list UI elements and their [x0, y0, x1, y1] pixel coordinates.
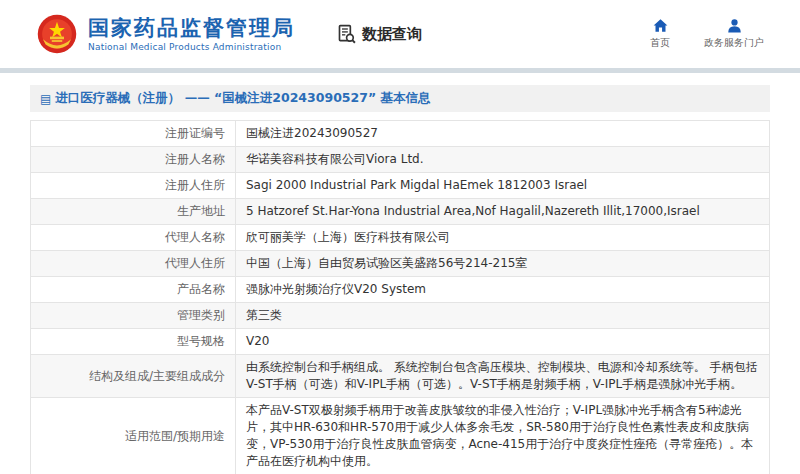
table-row: 注册人住所 Sagi 2000 Industrial Park Migdal H… — [31, 173, 770, 199]
org-name-en: National Medical Products Administration — [88, 42, 295, 52]
brand-text: 国家药品监督管理局 National Medical Products Admi… — [88, 16, 295, 52]
row-value: 5 Hatzoref St.Har-Yona Industrial Area,N… — [236, 199, 770, 225]
table-row: 代理人住所 中国（上海）自由贸易试验区美盛路56号214-215室 — [31, 251, 770, 277]
row-value: 国械注进20243090527 — [236, 121, 770, 147]
row-label: 代理人名称 — [31, 225, 236, 251]
document-search-icon — [337, 24, 357, 44]
brand-logo-block[interactable]: 国家药品监督管理局 National Medical Products Admi… — [36, 13, 295, 55]
row-label: 注册证编号 — [31, 121, 236, 147]
row-label: 注册人名称 — [31, 147, 236, 173]
table-row: 产品名称 强脉冲光射频治疗仪V20 System — [31, 277, 770, 303]
row-value: 华诺美容科技有限公司Viora Ltd. — [236, 147, 770, 173]
table-row: 适用范围/预期用途 本产品V-ST双极射频手柄用于改善皮肤皱纹的非侵入性治疗；V… — [31, 398, 770, 474]
main-content: ▤ 进口医疗器械（注册） —— “国械注进20243090527” 基本信息 注… — [0, 73, 800, 474]
table-row: 生产地址 5 Hatzoref St.Har-Yona Industrial A… — [31, 199, 770, 225]
table-row: 管理类别 第三类 — [31, 303, 770, 329]
table-row: 注册证编号 国械注进20243090527 — [31, 121, 770, 147]
national-emblem-icon — [36, 13, 78, 55]
row-label: 结构及组成/主要组成成分 — [31, 355, 236, 398]
row-value: 由系统控制台和手柄组成。 系统控制台包含高压模块、控制模块、电源和冷却系统等。 … — [236, 355, 770, 398]
row-label: 管理类别 — [31, 303, 236, 329]
table-row: 结构及组成/主要组成成分 由系统控制台和手柄组成。 系统控制台包含高压模块、控制… — [31, 355, 770, 398]
row-value: 欣可丽美学（上海）医疗科技有限公司 — [236, 225, 770, 251]
page-title: 进口医疗器械（注册） —— “国械注进20243090527” 基本信息 — [55, 90, 430, 107]
user-icon — [727, 18, 742, 33]
table-row: 代理人名称 欣可丽美学（上海）医疗科技有限公司 — [31, 225, 770, 251]
header-right-nav: 首页 政务服务门户 — [650, 18, 764, 50]
nav-portal-label: 政务服务门户 — [704, 36, 764, 50]
page-doc-icon: ▤ — [40, 93, 51, 105]
nav-data-query-label: 数据查询 — [362, 25, 422, 44]
nav-home[interactable]: 首页 — [650, 18, 670, 50]
site-header: 国家药品监督管理局 National Medical Products Admi… — [0, 0, 800, 68]
row-label: 适用范围/预期用途 — [31, 398, 236, 474]
row-value: Sagi 2000 Industrial Park Migdal HaEmek … — [236, 173, 770, 199]
row-label: 注册人住所 — [31, 173, 236, 199]
home-icon — [653, 18, 668, 33]
table-row: 注册人名称 华诺美容科技有限公司Viora Ltd. — [31, 147, 770, 173]
page-title-bar: ▤ 进口医疗器械（注册） —— “国械注进20243090527” 基本信息 — [30, 85, 770, 112]
row-value: 强脉冲光射频治疗仪V20 System — [236, 277, 770, 303]
registration-info-table: 注册证编号 国械注进20243090527 注册人名称 华诺美容科技有限公司Vi… — [30, 120, 770, 474]
row-value: 本产品V-ST双极射频手柄用于改善皮肤皱纹的非侵入性治疗；V-IPL强脉冲光手柄… — [236, 398, 770, 474]
row-label: 生产地址 — [31, 199, 236, 225]
row-value: V20 — [236, 329, 770, 355]
nav-data-query[interactable]: 数据查询 — [337, 24, 422, 44]
nav-portal[interactable]: 政务服务门户 — [704, 18, 764, 50]
nav-home-label: 首页 — [650, 36, 670, 50]
org-name-zh: 国家药品监督管理局 — [88, 16, 295, 40]
row-label: 产品名称 — [31, 277, 236, 303]
table-row: 型号规格 V20 — [31, 329, 770, 355]
row-label: 型号规格 — [31, 329, 236, 355]
row-value: 第三类 — [236, 303, 770, 329]
row-value: 中国（上海）自由贸易试验区美盛路56号214-215室 — [236, 251, 770, 277]
row-label: 代理人住所 — [31, 251, 236, 277]
